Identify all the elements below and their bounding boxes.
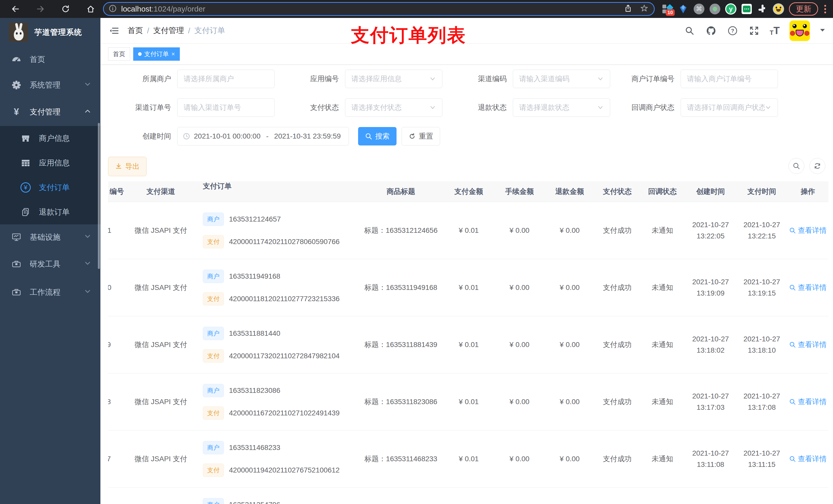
shortcuts-extension-icon[interactable]: 10 (661, 3, 673, 15)
show-search-toggle-button[interactable] (788, 158, 804, 174)
sidebar-item-refund-order[interactable]: 退款订单 (0, 200, 100, 224)
app-id-select[interactable]: 请选择应用信息 (345, 70, 443, 88)
pay-status-select[interactable]: 请选择支付状态 (345, 98, 443, 117)
sidebar-item-label: 支付管理 (30, 107, 84, 117)
view-detail-link[interactable]: 查看详情 (789, 397, 827, 407)
chevron-down-icon (429, 104, 436, 111)
view-detail-link[interactable]: 查看详情 (789, 225, 827, 235)
browser-address-bar[interactable]: localhost:1024/pay/order (103, 2, 655, 16)
help-icon[interactable]: ? (727, 25, 738, 37)
profile-emoji-icon[interactable] (772, 3, 784, 15)
pay-time: 13:22:15 (748, 231, 776, 242)
search-icon (789, 284, 796, 291)
keyboard-shortcut-extension-icon[interactable]: ⌘ (693, 3, 705, 15)
breadcrumb-home[interactable]: 首页 (127, 25, 143, 36)
pay-order-no: 4200001167202110271022491439 (229, 409, 340, 417)
gem-extension-icon[interactable] (677, 3, 689, 15)
fee-amount: ¥ 0.00 (509, 341, 529, 349)
export-button[interactable]: 导出 (108, 157, 146, 176)
merchant-order-no-input[interactable] (681, 70, 778, 88)
sidebar-item-payment[interactable]: ¥ 支付管理 (0, 98, 100, 126)
tab-pay-order[interactable]: 支付订单 × (133, 47, 180, 61)
user-avatar[interactable] (789, 21, 810, 41)
yudao-extension-icon[interactable]: y (725, 3, 737, 15)
toolbox-icon (11, 287, 22, 297)
sidebar-item-workflow[interactable]: 工作流程 (0, 278, 100, 306)
notify-status: 未通知 (652, 454, 673, 464)
close-icon[interactable]: × (171, 51, 175, 57)
gear-icon (11, 80, 22, 90)
create-time-range-input[interactable]: 2021-10-01 00:00:00 - 2021-10-31 23:59:5… (177, 127, 349, 145)
breadcrumb: 首页 / 支付管理 / 支付订单 (127, 25, 225, 36)
browser-reload-button[interactable] (58, 2, 73, 16)
search-icon[interactable] (684, 25, 695, 37)
pay-amount: ¥ 0.01 (459, 226, 479, 235)
table-row: 120 微信 JSAPI 支付 商户 1635311949168 支付 4200… (108, 259, 828, 316)
puzzle-extensions-icon[interactable] (757, 3, 768, 15)
sidebar-scrollbar[interactable] (98, 123, 100, 269)
site-info-icon[interactable] (109, 4, 117, 14)
chat-extension-icon[interactable] (741, 3, 753, 15)
pay-time: 13:11:15 (748, 459, 776, 470)
browser-back-button[interactable] (8, 2, 23, 16)
refund-status-select[interactable]: 请选择退款状态 (513, 98, 610, 117)
table-row: 商户 1635311354796 支付 查看详情 (108, 488, 828, 504)
url-path: :1024/pay/order (151, 5, 205, 13)
channel-code-select[interactable]: 请输入渠道编码 (513, 70, 610, 88)
breadcrumb-payment[interactable]: 支付管理 (153, 25, 184, 36)
sidebar-collapse-icon[interactable] (108, 24, 121, 37)
chevron-down-icon (429, 75, 436, 82)
view-detail-link[interactable]: 查看详情 (789, 454, 827, 464)
chevron-down-icon (84, 260, 91, 269)
filter-label: 渠道编码 (444, 74, 507, 84)
filter-label: 创建时间 (108, 131, 171, 141)
yen-icon: ¥ (11, 106, 22, 117)
filter-label: 退款状态 (444, 103, 507, 113)
bookmark-star-icon[interactable] (640, 4, 649, 14)
share-icon[interactable] (624, 4, 633, 14)
browser-forward-button[interactable] (33, 2, 48, 16)
sidebar-item-merchant-info[interactable]: 商户信息 (0, 126, 100, 150)
view-detail-link[interactable]: 查看详情 (789, 340, 827, 350)
font-size-icon[interactable]: TT (770, 25, 780, 37)
merchant-order-no: 1635311823086 (229, 386, 280, 394)
sidebar-item-system[interactable]: 系统管理 (0, 72, 100, 98)
page-content: 所属商户 应用编号 请选择应用信息 渠道编码 (100, 65, 833, 504)
pay-date: 2021-10-27 (743, 219, 780, 231)
pay-channel: 微信 JSAPI 支付 (135, 454, 187, 464)
monitor-icon (11, 232, 22, 242)
export-button-label: 导出 (125, 162, 140, 171)
tab-home[interactable]: 首页 (108, 47, 130, 61)
search-button[interactable]: 搜索 (358, 127, 397, 145)
pay-channel: 微信 JSAPI 支付 (135, 397, 187, 407)
recorder-extension-icon[interactable] (709, 3, 721, 15)
create-time: 13:11:08 (697, 459, 724, 470)
sidebar-item-app-info[interactable]: 应用信息 (0, 150, 100, 175)
view-detail-link[interactable]: 查看详情 (789, 283, 827, 292)
browser-toolbar: localhost:1024/pay/order 10 ⌘ y (0, 0, 833, 18)
merchant-filter-input[interactable] (177, 70, 275, 88)
browser-update-button[interactable]: 更新 (789, 2, 818, 16)
channel-order-no-input[interactable] (177, 98, 275, 117)
user-menu-caret-icon[interactable] (820, 28, 825, 33)
notify-status: 未通知 (652, 283, 673, 292)
refresh-table-button[interactable] (809, 158, 825, 174)
sidebar-item-pay-order[interactable]: ¥ 支付订单 (0, 175, 100, 200)
reset-button[interactable]: 重置 (402, 127, 440, 145)
notify-status-select[interactable]: 请选择订单回调商户状态 (681, 98, 778, 117)
sidebar-item-infrastructure[interactable]: 基础设施 (0, 224, 100, 250)
github-icon[interactable] (705, 25, 717, 37)
browser-home-button[interactable] (84, 2, 98, 16)
column-header: 编号 (110, 187, 124, 196)
url-text[interactable]: localhost:1024/pay/order (121, 5, 624, 13)
search-icon (792, 162, 800, 170)
fullscreen-icon[interactable] (748, 25, 760, 37)
merchant-tag: 商户 (203, 498, 224, 504)
logo-image (9, 23, 28, 42)
breadcrumb-separator: / (147, 26, 149, 35)
sidebar-item-home[interactable]: 首页 (0, 47, 100, 72)
refresh-icon (409, 133, 416, 140)
browser-menu-icon[interactable] (822, 5, 828, 13)
sidebar-item-dev-tools[interactable]: 研发工具 (0, 250, 100, 278)
pay-channel: 微信 JSAPI 支付 (135, 225, 187, 235)
